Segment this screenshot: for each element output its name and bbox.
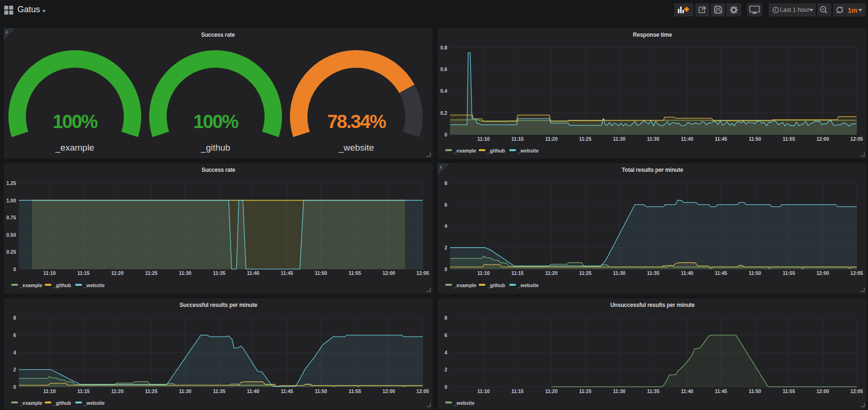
svg-text:11:45: 11:45	[715, 136, 727, 142]
svg-text:_website: _website	[517, 282, 539, 288]
svg-text:11:10: 11:10	[477, 270, 490, 276]
svg-text:Total results per minute: Total results per minute	[622, 167, 683, 173]
svg-text:1.25: 1.25	[7, 180, 16, 186]
svg-text:Response time: Response time	[633, 32, 672, 38]
svg-text:Success rate: Success rate	[201, 167, 235, 173]
svg-text:_example: _example	[19, 282, 42, 288]
svg-text:11:10: 11:10	[477, 136, 490, 142]
svg-text:11:50: 11:50	[749, 388, 761, 394]
svg-text:6: 6	[13, 332, 16, 338]
svg-text:12:05: 12:05	[851, 136, 863, 142]
svg-text:11:55: 11:55	[349, 270, 361, 276]
svg-text:11:30: 11:30	[179, 270, 191, 276]
svg-text:11:30: 11:30	[613, 388, 625, 394]
svg-text:11:30: 11:30	[179, 388, 191, 394]
svg-text:11:55: 11:55	[783, 136, 795, 142]
svg-text:11:15: 11:15	[511, 136, 523, 142]
svg-text:1.00: 1.00	[7, 198, 16, 203]
svg-text:11:35: 11:35	[213, 270, 225, 276]
svg-text:2: 2	[444, 245, 447, 250]
svg-text:11:35: 11:35	[647, 270, 659, 276]
svg-text:11:35: 11:35	[647, 388, 659, 394]
svg-text:11:10: 11:10	[43, 270, 56, 276]
svg-text:11:20: 11:20	[111, 388, 123, 394]
svg-text:_example: _example	[55, 143, 94, 153]
svg-text:Success rate: Success rate	[201, 32, 235, 38]
svg-text:11:30: 11:30	[613, 136, 625, 142]
svg-text:11:45: 11:45	[281, 270, 293, 276]
svg-text:12:05: 12:05	[417, 388, 429, 394]
svg-text:6: 6	[444, 332, 447, 338]
svg-text:2: 2	[13, 367, 16, 372]
svg-text:11:25: 11:25	[145, 270, 157, 276]
svg-text:11:15: 11:15	[511, 270, 523, 276]
svg-text:11:25: 11:25	[579, 270, 591, 276]
svg-text:Unsuccessful results per minut: Unsuccessful results per minute	[610, 302, 695, 308]
svg-text:11:55: 11:55	[349, 388, 361, 394]
svg-text:11:40: 11:40	[247, 270, 259, 276]
svg-text:11:50: 11:50	[749, 270, 761, 276]
svg-text:11:35: 11:35	[213, 388, 225, 394]
svg-text:11:55: 11:55	[783, 388, 795, 394]
svg-text:11:50: 11:50	[315, 270, 327, 276]
svg-text:_website: _website	[453, 400, 475, 406]
svg-text:_github: _github	[487, 282, 505, 288]
svg-text:11:40: 11:40	[681, 136, 693, 142]
svg-text:11:45: 11:45	[715, 388, 727, 394]
svg-text:0.4: 0.4	[440, 88, 447, 94]
svg-text:11:10: 11:10	[43, 388, 56, 394]
svg-text:8: 8	[444, 315, 447, 321]
svg-text:_website: _website	[517, 148, 539, 153]
svg-text:0.6: 0.6	[440, 66, 447, 72]
svg-text:11:50: 11:50	[315, 388, 327, 394]
svg-text:11:30: 11:30	[613, 270, 625, 276]
svg-text:11:55: 11:55	[783, 270, 795, 276]
svg-text:11:40: 11:40	[681, 388, 693, 394]
svg-text:0.2: 0.2	[440, 110, 447, 116]
svg-text:12:05: 12:05	[417, 270, 429, 276]
svg-text:0.50: 0.50	[7, 232, 16, 238]
svg-text:Successful results per minute: Successful results per minute	[180, 302, 257, 308]
svg-text:0.75: 0.75	[7, 215, 16, 220]
svg-text:4: 4	[444, 223, 447, 229]
svg-text:0.8: 0.8	[440, 45, 447, 50]
svg-text:_website: _website	[83, 400, 105, 406]
svg-text:0.25: 0.25	[7, 249, 16, 255]
svg-text:0: 0	[444, 132, 447, 137]
svg-text:11:40: 11:40	[681, 270, 693, 276]
svg-text:11:20: 11:20	[111, 270, 123, 276]
svg-text:8: 8	[444, 180, 447, 186]
svg-text:0: 0	[13, 266, 16, 272]
svg-text:_website: _website	[83, 282, 105, 288]
svg-text:_github: _github	[487, 148, 505, 153]
svg-text:8: 8	[13, 315, 16, 321]
svg-text:4: 4	[444, 350, 447, 355]
svg-text:11:35: 11:35	[647, 136, 659, 142]
svg-text:_example: _example	[453, 282, 476, 288]
svg-text:12:00: 12:00	[816, 270, 829, 276]
svg-text:11:15: 11:15	[77, 388, 89, 394]
svg-text:0: 0	[444, 266, 447, 272]
svg-text:12:00: 12:00	[816, 388, 829, 394]
svg-text:11:20: 11:20	[545, 136, 557, 142]
svg-text:11:20: 11:20	[545, 270, 557, 276]
svg-text:0: 0	[13, 384, 16, 390]
svg-text:12:00: 12:00	[382, 270, 395, 276]
svg-text:6: 6	[444, 202, 447, 208]
svg-text:_github: _github	[53, 400, 71, 406]
svg-text:11:25: 11:25	[145, 388, 157, 394]
svg-text:_github: _github	[201, 143, 230, 153]
svg-text:12:00: 12:00	[382, 388, 395, 394]
svg-text:100%: 100%	[193, 111, 239, 132]
svg-text:0: 0	[444, 384, 447, 390]
svg-text:11:15: 11:15	[511, 388, 523, 394]
svg-text:4: 4	[13, 350, 16, 355]
svg-text:12:05: 12:05	[851, 270, 863, 276]
svg-text:11:15: 11:15	[77, 270, 89, 276]
svg-text:11:10: 11:10	[477, 388, 490, 394]
svg-text:_example: _example	[19, 400, 42, 406]
svg-text:11:25: 11:25	[579, 136, 591, 142]
svg-text:_website: _website	[338, 143, 374, 153]
svg-text:11:20: 11:20	[545, 388, 557, 394]
svg-text:11:45: 11:45	[715, 270, 727, 276]
